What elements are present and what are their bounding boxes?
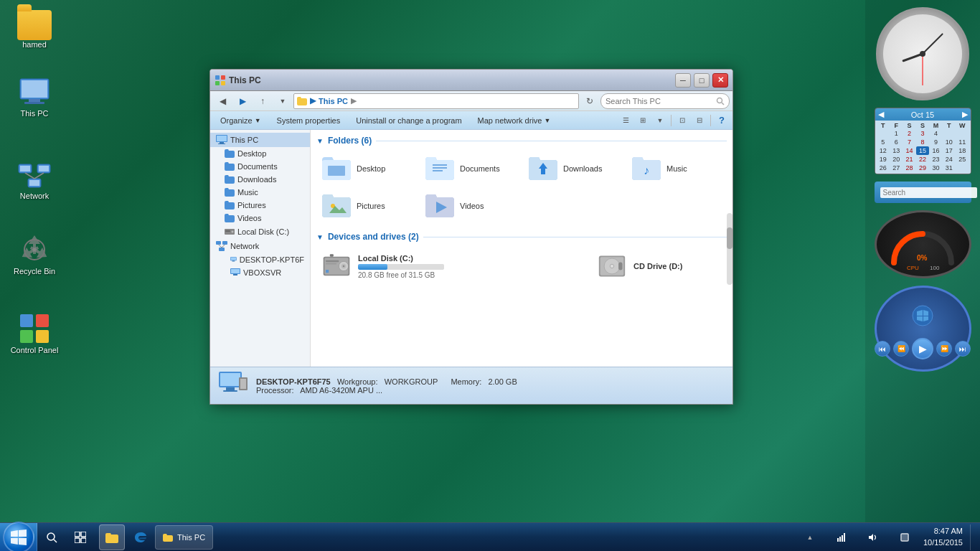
svg-rect-49 [433,164,447,166]
search-widget [875,182,971,203]
svg-rect-84 [837,538,839,542]
taskbar-edge-btn[interactable] [128,524,154,550]
tray-network-icon[interactable] [829,524,854,550]
search-box[interactable] [600,93,730,109]
view-pane-btn[interactable]: ⊡ [674,113,690,128]
view-detail-btn[interactable]: ⊞ [635,113,651,128]
folder-pictures[interactable]: Pictures [316,189,417,223]
folder-documents-label: Documents [460,164,500,173]
up-button[interactable]: ↑ [253,93,272,109]
taskbar-taskview-btn[interactable] [67,524,93,550]
view-arrow-btn[interactable]: ▼ [652,113,668,128]
desktop-icon-recycle[interactable]: Recycle Bin [6,230,63,278]
drive-cd[interactable]: CD Drive (D:) [592,248,727,285]
cd-drive-icon [598,252,626,281]
nav-network[interactable]: Network [210,239,310,253]
view-list-btn[interactable]: ☰ [618,113,633,128]
desktop-icon-network[interactable]: Network [6,154,63,203]
svg-rect-75 [223,390,237,392]
nav-pictures[interactable]: Pictures [210,199,310,212]
icon-label-controlpanel: Control Panel [11,346,59,354]
system-properties-menu[interactable]: System properties [270,113,348,128]
nav-videos[interactable]: Videos [210,212,310,225]
nav-music[interactable]: Music [210,186,310,199]
status-computer-name: DESKTOP-KPT6F75 Workgroup: WORKGROUP Mem… [256,377,517,386]
taskbar-file-explorer[interactable] [99,524,125,550]
nav-desktop-kpt[interactable]: DESKTOP-KPT6F [213,253,310,266]
folder-pictures-label: Pictures [357,202,385,210]
start-button[interactable] [0,523,37,552]
folder-videos[interactable]: Videos [420,189,520,223]
address-bar[interactable]: ▶ This PC ▶ [293,93,579,109]
taskbar-explorer-open[interactable]: This PC [155,525,213,550]
desktop-icon-hamed[interactable]: hamed [6,7,63,52]
show-desktop-btn[interactable] [970,524,974,550]
cal-next[interactable]: ▶ [962,110,968,119]
maximize-button[interactable]: □ [694,73,710,88]
nav-local-disk-label: Local Disk (C:) [237,227,289,236]
svg-rect-64 [326,270,329,273]
svg-rect-46 [231,269,240,273]
back-button[interactable]: ◀ [213,93,232,109]
nav-vboxsvr[interactable]: VBOXSVR [213,266,310,279]
desktop-icon-thispc[interactable]: This PC [6,72,63,121]
media-prev-btn[interactable]: ⏮ [875,341,890,357]
nav-vboxsvr-label: VBOXSVR [243,268,281,277]
controlpanel-icon [17,311,52,346]
folder-documents[interactable]: Documents [420,151,520,186]
nav-desktop[interactable]: Desktop [210,147,310,160]
refresh-button[interactable]: ↻ [580,93,599,109]
nav-folder-icon5 [225,201,235,209]
nav-panel: This PC Desktop Documents Downloads Musi… [210,130,311,367]
forward-button[interactable]: ▶ [233,93,252,109]
tray-expand-btn[interactable]: ▲ [797,524,823,550]
tray-notification-icon[interactable] [892,524,918,550]
drive-local-disk[interactable]: Local Disk (C:) 20.8 GB free of 31.5 GB [316,248,589,285]
media-next-btn[interactable]: ⏭ [955,341,971,357]
folder-desktop[interactable]: Desktop [316,151,417,186]
clock-center [920,51,925,57]
tray-volume-icon[interactable] [860,524,886,550]
cpu-gauge: CPU 100 0% [887,216,958,273]
clock-hand-min [922,33,943,55]
folder-music[interactable]: ♪ Music [626,151,727,186]
nav-documents[interactable]: Documents [210,160,310,173]
organize-menu[interactable]: Organize ▼ [213,113,268,128]
svg-text:100: 100 [930,265,940,271]
drive-c-bar-fill [358,264,387,270]
taskbar-clock[interactable]: 8:47 AM 10/15/2015 [923,526,963,548]
map-drive-menu[interactable]: Map network drive ▼ [471,113,558,128]
view-pane2-btn[interactable]: ⊟ [692,113,707,128]
media-forward-btn[interactable]: ⏩ [936,341,952,357]
folder-downloads[interactable]: Downloads [523,151,623,186]
search-input[interactable] [606,97,713,105]
taskbar-open-label: This PC [177,533,205,542]
nav-downloads-label: Downloads [237,175,276,184]
desktop-icon-controlpanel[interactable]: Control Panel [6,309,63,357]
uninstall-menu[interactable]: Uninstall or change a program [349,113,468,128]
calendar-widget: ◀ Oct 15 ▶ T F S S M T W 1 2 3 [875,108,971,174]
svg-rect-2 [29,99,40,102]
minimize-button[interactable]: ─ [675,73,691,88]
nav-downloads[interactable]: Downloads [210,173,310,186]
search-widget-input[interactable] [880,187,977,198]
folders-collapse-arrow[interactable]: ▼ [316,137,324,145]
network-tray-icon [837,532,847,542]
start-orb[interactable] [3,522,34,552]
recent-locations-button[interactable]: ▼ [273,93,292,109]
nav-this-pc[interactable]: This PC [210,133,310,147]
clock-face [883,14,962,93]
nav-local-disk[interactable]: Local Disk (C:) [210,225,310,239]
svg-rect-14 [36,314,49,327]
close-button[interactable]: ✕ [712,73,728,88]
media-rewind-btn[interactable]: ⏪ [893,341,909,357]
icon-label-thispc: This PC [20,109,48,118]
media-play-btn[interactable]: ▶ [912,338,933,359]
taskbar-search-btn[interactable] [39,524,65,550]
folder-videos-icon [425,193,454,219]
main-panel: ▼ Folders (6) Desktop [311,130,732,367]
devices-collapse-arrow[interactable]: ▼ [316,233,324,241]
cal-prev[interactable]: ◀ [878,110,884,119]
svg-line-40 [219,245,222,248]
help-btn[interactable]: ? [714,113,730,128]
